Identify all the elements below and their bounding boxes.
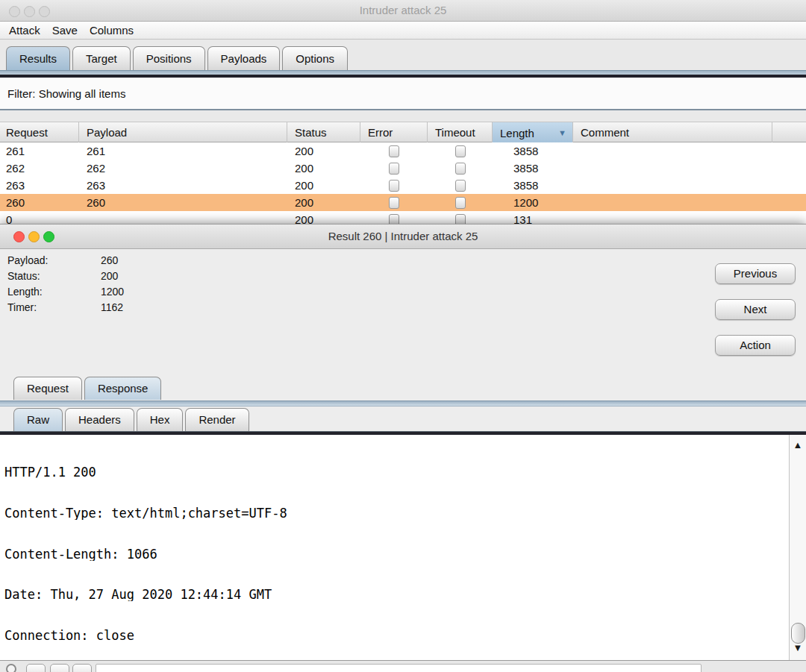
tab-render[interactable]: Render (185, 408, 249, 431)
search-option-button-1[interactable] (26, 664, 46, 672)
cell-comment (573, 194, 772, 211)
error-checkbox[interactable] (389, 145, 399, 157)
column-header-comment[interactable]: Comment (573, 122, 772, 143)
response-line: Date: Thu, 27 Aug 2020 12:44:14 GMT (4, 588, 787, 601)
tab-results[interactable]: Results (6, 46, 70, 70)
cell-request: 262 (0, 160, 79, 177)
error-checkbox[interactable] (389, 163, 399, 175)
column-header-request[interactable]: Request (0, 122, 79, 143)
result-window-title: Result 260 | Intruder attack 25 (0, 224, 806, 248)
cell-error (360, 160, 428, 177)
payload-value: 260 (101, 253, 118, 269)
cell-status: 200 (287, 194, 360, 211)
length-value: 1200 (101, 284, 124, 300)
error-checkbox[interactable] (389, 180, 399, 192)
result-info: Payload: 260 Status: 200 Length: 1200 Ti… (7, 253, 124, 315)
length-label: Length: (7, 284, 101, 300)
timeout-checkbox[interactable] (455, 197, 466, 209)
tab-request[interactable]: Request (13, 377, 82, 400)
table-row[interactable]: 263 263 200 3858 (0, 177, 806, 194)
column-header-length[interactable]: Length ▼ (493, 122, 573, 143)
timeout-checkbox[interactable] (455, 180, 466, 192)
cell-status: 200 (287, 142, 360, 160)
cell-length: 3858 (493, 142, 573, 160)
cell-comment (573, 160, 772, 177)
cell-request: 261 (0, 142, 79, 160)
error-checkbox[interactable] (389, 197, 399, 209)
action-button[interactable]: Action (715, 335, 796, 356)
response-viewer[interactable]: HTTP/1.1 200 Content-Type: text/html;cha… (0, 435, 806, 660)
cell-timeout (428, 177, 493, 194)
cell-error (360, 177, 428, 194)
view-tabs: Raw Headers Hex Render (13, 408, 252, 431)
cell-comment (573, 177, 772, 194)
cell-payload: 260 (79, 194, 287, 211)
tab-positions[interactable]: Positions (133, 46, 205, 70)
table-row[interactable]: 261 261 200 3858 (0, 142, 806, 160)
column-header-timeout[interactable]: Timeout (428, 122, 493, 143)
result-window-titlebar: Result 260 | Intruder attack 25 (0, 224, 806, 249)
scroll-up-icon[interactable]: ▲ (790, 439, 806, 451)
column-header-status[interactable]: Status (287, 122, 360, 143)
tab-target[interactable]: Target (72, 46, 131, 70)
table-row-selected[interactable]: 260 260 200 1200 (0, 194, 806, 211)
tab-hex[interactable]: Hex (137, 408, 184, 431)
search-input[interactable] (96, 664, 702, 672)
scroll-down-icon[interactable]: ▼ (790, 642, 806, 654)
results-table: 261 261 200 3858 262 262 200 3858 263 26… (0, 142, 806, 227)
menu-columns[interactable]: Columns (90, 24, 134, 37)
timeout-checkbox[interactable] (455, 145, 466, 157)
payload-label: Payload: (7, 253, 101, 269)
cell-comment (573, 142, 772, 160)
results-table-header: Request Payload Status Error Timeout Len… (0, 122, 806, 142)
status-label: Status: (7, 269, 101, 284)
response-line: HTTP/1.1 200 (4, 465, 787, 479)
intruder-tabs: Results Target Positions Payloads Option… (6, 46, 350, 70)
timer-value: 1162 (101, 300, 123, 315)
intruder-window-titlebar: Intruder attack 25 (0, 0, 806, 22)
search-option-button-3[interactable] (72, 664, 92, 672)
help-icon[interactable] (6, 664, 16, 672)
tab-options[interactable]: Options (282, 46, 348, 70)
scrollbar-thumb[interactable] (791, 623, 805, 644)
cell-timeout (428, 194, 493, 211)
cell-timeout (428, 160, 493, 177)
column-header-length-label: Length (500, 123, 534, 143)
menu-attack[interactable]: Attack (9, 24, 40, 37)
cell-timeout (428, 142, 493, 160)
burp-intruder-app: Intruder attack 25 Attack Save Columns R… (0, 0, 806, 672)
column-header-error[interactable]: Error (360, 122, 428, 143)
column-header-filler (772, 122, 806, 143)
cell-payload: 262 (79, 160, 287, 177)
search-option-button-2[interactable] (50, 664, 69, 672)
menu-save[interactable]: Save (52, 24, 78, 37)
column-header-payload[interactable]: Payload (79, 122, 287, 143)
previous-button[interactable]: Previous (715, 263, 796, 284)
search-bar (0, 660, 806, 672)
cell-error (360, 194, 428, 211)
window-title: Intruder attack 25 (0, 0, 806, 21)
message-tabs: Request Response (13, 377, 163, 400)
response-line: Content-Length: 1066 (4, 547, 787, 561)
tab-payloads[interactable]: Payloads (207, 46, 281, 70)
result-window: Result 260 | Intruder attack 25 Payload:… (0, 224, 806, 672)
tab-headers[interactable]: Headers (65, 408, 134, 431)
timer-label: Timer: (7, 300, 101, 315)
table-row[interactable]: 262 262 200 3858 (0, 160, 806, 177)
status-value: 200 (101, 269, 118, 284)
cell-status: 200 (287, 160, 360, 177)
timeout-checkbox[interactable] (455, 163, 466, 175)
scrollbar[interactable]: ▲ ▼ (789, 435, 806, 660)
menu-bar: Attack Save Columns (0, 22, 806, 40)
cell-request: 260 (0, 194, 79, 211)
cell-length: 3858 (493, 160, 573, 177)
cell-length: 1200 (493, 194, 573, 211)
next-button[interactable]: Next (715, 299, 796, 320)
sort-descending-icon: ▼ (558, 123, 566, 143)
tab-raw[interactable]: Raw (13, 408, 63, 431)
filter-bar[interactable]: Filter: Showing all items (0, 78, 806, 110)
tab-response[interactable]: Response (84, 377, 162, 400)
message-tabs-divider (0, 401, 806, 406)
cell-request: 263 (0, 177, 79, 194)
response-text: HTTP/1.1 200 Content-Type: text/html;cha… (4, 439, 787, 660)
